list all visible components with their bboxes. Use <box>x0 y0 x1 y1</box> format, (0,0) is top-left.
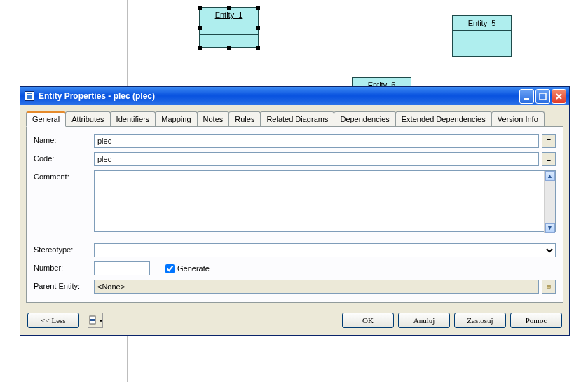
resize-handle[interactable] <box>256 26 260 30</box>
scroll-up-icon[interactable]: ▲ <box>545 171 555 181</box>
dialog-footer: << Less ▾ OK Anuluj Zastosuj Pomoc <box>20 308 569 335</box>
help-button[interactable]: Pomoc <box>510 313 562 328</box>
stereotype-select[interactable] <box>94 243 556 257</box>
tab-panel-general: Name: = Code: = Comment: ▲ ▼ <box>26 126 563 303</box>
generate-checkbox-label[interactable]: Generate <box>165 264 210 273</box>
resize-handle[interactable] <box>256 6 260 10</box>
tab-mapping[interactable]: Mapping <box>155 111 197 127</box>
svg-rect-3 <box>540 93 546 100</box>
label-comment: Comment: <box>34 170 94 181</box>
entity-box-1[interactable]: Entity_1 <box>199 7 259 48</box>
resize-handle[interactable] <box>227 46 231 50</box>
apply-button[interactable]: Zastosuj <box>454 313 506 328</box>
tab-dependencies[interactable]: Dependencies <box>334 111 395 127</box>
dialog-sysicon <box>25 91 34 101</box>
svg-rect-2 <box>524 98 529 100</box>
resize-handle[interactable] <box>256 46 260 50</box>
minimize-button[interactable] <box>519 89 534 104</box>
tab-extended-dependencies[interactable]: Extended Dependencies <box>395 111 492 127</box>
entity-properties-dialog: Entity Properties - plec (plec) General … <box>20 86 570 336</box>
svg-rect-1 <box>27 94 32 95</box>
entity-section <box>453 43 511 56</box>
dropdown-arrow-icon: ▾ <box>100 318 102 324</box>
name-sync-button[interactable]: = <box>542 134 556 148</box>
generate-label-text: Generate <box>177 264 210 273</box>
label-number: Number: <box>34 261 94 272</box>
label-name: Name: <box>34 134 94 144</box>
tab-general[interactable]: General <box>26 111 66 127</box>
code-input[interactable] <box>94 152 539 166</box>
dialog-titlebar[interactable]: Entity Properties - plec (plec) <box>20 87 569 105</box>
close-button[interactable] <box>552 89 566 104</box>
label-code: Code: <box>34 152 94 163</box>
dialog-tabs: General Attributes Identifiers Mapping N… <box>20 105 569 126</box>
ok-button[interactable]: OK <box>342 313 394 328</box>
label-parent-entity: Parent Entity: <box>34 280 94 290</box>
parent-entity-field[interactable]: <None> <box>94 280 539 294</box>
resize-handle[interactable] <box>198 6 202 10</box>
svg-rect-11 <box>90 320 95 321</box>
entity-box-5[interactable]: Entity_5 <box>452 15 512 57</box>
maximize-button[interactable] <box>535 89 550 104</box>
comment-textarea[interactable] <box>94 170 556 232</box>
entity-title: Entity_5 <box>453 16 511 31</box>
tab-rules[interactable]: Rules <box>228 111 261 127</box>
document-icon <box>88 315 98 325</box>
svg-rect-5 <box>547 286 550 287</box>
comment-scrollbar[interactable]: ▲ ▼ <box>544 171 555 233</box>
cancel-button[interactable]: Anuluj <box>398 313 450 328</box>
tab-version-info[interactable]: Version Info <box>491 111 545 127</box>
code-sync-button[interactable]: = <box>542 152 556 166</box>
tab-attributes[interactable]: Attributes <box>65 111 110 127</box>
svg-rect-8 <box>90 316 95 324</box>
resize-handle[interactable] <box>198 26 202 30</box>
dialog-title: Entity Properties - plec (plec) <box>39 91 155 101</box>
scroll-down-icon[interactable]: ▼ <box>545 223 555 233</box>
svg-rect-6 <box>547 287 550 287</box>
parent-entity-browse-button[interactable] <box>542 280 556 294</box>
tab-notes[interactable]: Notes <box>197 111 230 127</box>
svg-rect-10 <box>90 319 95 320</box>
name-input[interactable] <box>94 134 539 148</box>
svg-rect-9 <box>90 318 95 318</box>
generate-checkbox[interactable] <box>165 264 175 273</box>
less-button[interactable]: << Less <box>27 313 79 328</box>
tab-identifiers[interactable]: Identifiers <box>110 111 156 127</box>
entity-title: Entity_1 <box>200 8 258 22</box>
entity-section <box>453 31 511 43</box>
number-input[interactable] <box>94 261 150 275</box>
resize-handle[interactable] <box>227 6 231 10</box>
svg-rect-7 <box>547 287 550 288</box>
resize-handle[interactable] <box>198 46 202 50</box>
properties-icon <box>547 282 551 291</box>
label-stereotype: Stereotype: <box>34 243 94 254</box>
entity-section <box>200 22 258 35</box>
menu-dropdown-button[interactable]: ▾ <box>88 313 103 328</box>
tab-related-diagrams[interactable]: Related Diagrams <box>260 111 334 127</box>
